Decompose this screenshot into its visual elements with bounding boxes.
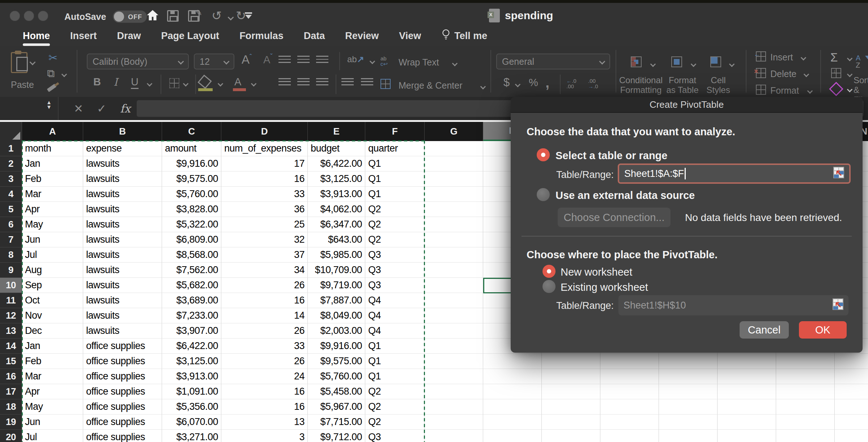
cell-C5[interactable]: $3,828.00	[162, 202, 221, 217]
cell-L18[interactable]	[718, 399, 776, 415]
row-header-18[interactable]: 18	[0, 399, 22, 415]
row-header-2[interactable]: 2	[0, 156, 22, 171]
cell-C13[interactable]: $3,907.00	[162, 323, 221, 339]
row-header-8[interactable]: 8	[0, 247, 22, 263]
cell-E4[interactable]: $3,913.00	[308, 187, 365, 202]
cell-D16[interactable]: 24	[221, 369, 308, 384]
tab-insert[interactable]: Insert	[70, 30, 97, 42]
save-icon[interactable]	[167, 10, 179, 22]
cell-L16[interactable]	[718, 369, 776, 384]
cell-K18[interactable]	[659, 399, 718, 415]
cell-G15[interactable]	[425, 354, 483, 369]
cell-L15[interactable]	[718, 354, 776, 369]
cell-B1[interactable]: expense	[83, 141, 162, 156]
column-header-G[interactable]: G	[425, 122, 483, 141]
cell-G7[interactable]	[425, 232, 483, 247]
table-range-input[interactable]: Sheet1!$A:$F	[618, 163, 851, 184]
cell-M17[interactable]	[776, 384, 835, 399]
row-header-11[interactable]: 11	[0, 293, 22, 308]
tab-formulas[interactable]: Formulas	[239, 30, 284, 42]
minimize-window-button[interactable]	[24, 11, 34, 21]
cell-F6[interactable]: Q2	[365, 217, 425, 232]
tab-tell-me[interactable]: Tell me	[441, 29, 487, 43]
cell-A15[interactable]: Feb	[22, 354, 83, 369]
cell-A7[interactable]: Jun	[22, 232, 83, 247]
cell-B20[interactable]: office supplies	[83, 430, 162, 442]
row-header-16[interactable]: 16	[0, 369, 22, 384]
column-header-E[interactable]: E	[308, 122, 365, 141]
row-header-17[interactable]: 17	[0, 384, 22, 399]
cell-D18[interactable]: 16	[221, 399, 308, 415]
cell-E1[interactable]: budget	[308, 141, 365, 156]
cell-B5[interactable]: lawsuits	[83, 202, 162, 217]
cell-J15[interactable]	[600, 354, 659, 369]
cell-D14[interactable]: 33	[221, 339, 308, 354]
cell-I17[interactable]	[542, 384, 600, 399]
tab-draw[interactable]: Draw	[117, 30, 141, 42]
cell-B18[interactable]: office supplies	[83, 399, 162, 415]
row-header-13[interactable]: 13	[0, 323, 22, 339]
cell-G6[interactable]	[425, 217, 483, 232]
cell-C16[interactable]: $3,913.00	[162, 369, 221, 384]
cell-G3[interactable]	[425, 171, 483, 187]
row-header-19[interactable]: 19	[0, 415, 22, 430]
cell-G17[interactable]	[425, 384, 483, 399]
cell-H19[interactable]	[483, 415, 542, 430]
cell-N17[interactable]	[835, 384, 868, 399]
row-header-4[interactable]: 4	[0, 187, 22, 202]
cell-B2[interactable]: lawsuits	[83, 156, 162, 171]
cell-B9[interactable]: lawsuits	[83, 263, 162, 278]
cell-H17[interactable]	[483, 384, 542, 399]
cell-J17[interactable]	[600, 384, 659, 399]
cell-E10[interactable]: $9,719.00	[308, 278, 365, 293]
cell-G12[interactable]	[425, 308, 483, 323]
cell-A11[interactable]: Oct	[22, 293, 83, 308]
cell-I18[interactable]	[542, 399, 600, 415]
cell-D19[interactable]: 13	[221, 415, 308, 430]
cell-A17[interactable]: Apr	[22, 384, 83, 399]
cell-H18[interactable]	[483, 399, 542, 415]
cell-A8[interactable]: Jul	[22, 247, 83, 263]
cell-F15[interactable]: Q1	[365, 354, 425, 369]
tab-review[interactable]: Review	[345, 30, 379, 42]
cell-B11[interactable]: lawsuits	[83, 293, 162, 308]
cell-M16[interactable]	[776, 369, 835, 384]
cell-H15[interactable]	[483, 354, 542, 369]
cell-A9[interactable]: Aug	[22, 263, 83, 278]
cell-F12[interactable]: Q4	[365, 308, 425, 323]
column-header-D[interactable]: D	[221, 122, 308, 141]
cell-G1[interactable]	[425, 141, 483, 156]
cell-F11[interactable]: Q4	[365, 293, 425, 308]
cell-G20[interactable]	[425, 430, 483, 442]
cell-D5[interactable]: 36	[221, 202, 308, 217]
cell-K20[interactable]	[659, 430, 718, 442]
cell-D9[interactable]: 34	[221, 263, 308, 278]
cell-L20[interactable]	[718, 430, 776, 442]
row-header-15[interactable]: 15	[0, 354, 22, 369]
cell-B3[interactable]: lawsuits	[83, 171, 162, 187]
cell-D1[interactable]: num_of_expenses	[221, 141, 308, 156]
cell-F13[interactable]: Q4	[365, 323, 425, 339]
cell-F19[interactable]: Q2	[365, 415, 425, 430]
cell-D6[interactable]: 25	[221, 217, 308, 232]
cell-K16[interactable]	[659, 369, 718, 384]
cell-G10[interactable]	[425, 278, 483, 293]
cell-A19[interactable]: Jun	[22, 415, 83, 430]
cell-B13[interactable]: lawsuits	[83, 323, 162, 339]
cell-C6[interactable]: $5,322.00	[162, 217, 221, 232]
cell-D8[interactable]: 37	[221, 247, 308, 263]
new-worksheet-radio[interactable]	[542, 265, 556, 278]
cell-J16[interactable]	[600, 369, 659, 384]
cell-B14[interactable]: office supplies	[83, 339, 162, 354]
cell-F5[interactable]: Q2	[365, 202, 425, 217]
home-icon[interactable]	[146, 9, 159, 23]
cell-C9[interactable]: $7,562.00	[162, 263, 221, 278]
cell-A20[interactable]: Jul	[22, 430, 83, 442]
cell-G14[interactable]	[425, 339, 483, 354]
cell-E6[interactable]: $6,347.00	[308, 217, 365, 232]
cell-L17[interactable]	[718, 384, 776, 399]
cell-A10[interactable]: Sep	[22, 278, 83, 293]
cell-B10[interactable]: lawsuits	[83, 278, 162, 293]
undo-chevron-icon[interactable]	[228, 14, 234, 21]
tab-view[interactable]: View	[399, 30, 421, 42]
